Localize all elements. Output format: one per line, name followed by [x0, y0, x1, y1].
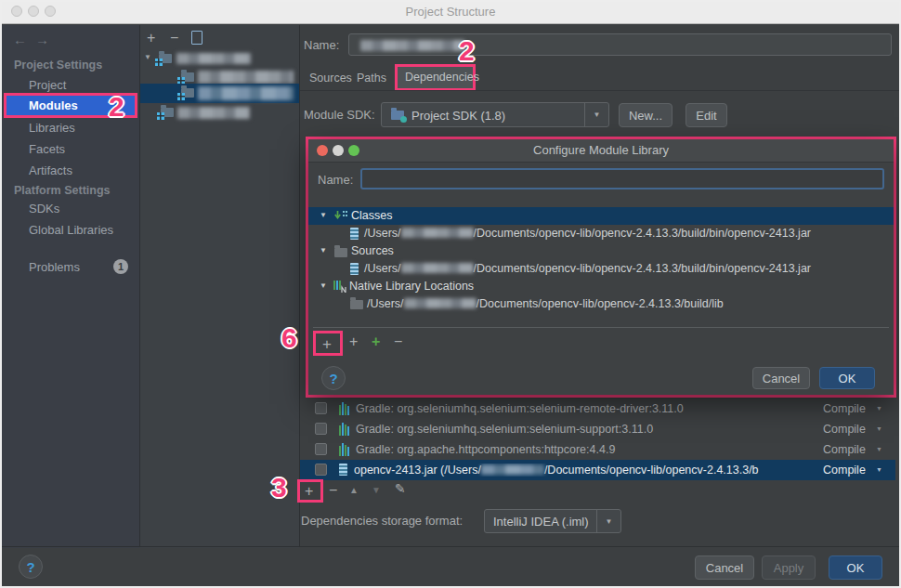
- move-down-icon[interactable]: ▼: [372, 486, 381, 495]
- module-name-label: Name:: [304, 38, 339, 52]
- dependency-scope[interactable]: Compile: [823, 423, 866, 436]
- dependency-export-checkbox[interactable]: [315, 423, 327, 435]
- move-up-icon[interactable]: ▲: [349, 486, 359, 495]
- tree-item-sources[interactable]: ▼ Sources: [308, 242, 894, 260]
- sidebar-item-artifacts[interactable]: Artifacts: [29, 163, 72, 177]
- scope-dropdown-arrow-icon[interactable]: ▼: [876, 425, 882, 432]
- add-library-root-button[interactable]: +: [313, 331, 343, 356]
- sidebar-item-project[interactable]: Project: [29, 78, 66, 92]
- remove-library-root-icon[interactable]: −: [394, 334, 402, 349]
- tree-item-classes-path[interactable]: /Users//Documents/opencv-lib/opencv-2.4.…: [308, 225, 894, 242]
- module-tree-panel: + − ▼: [140, 25, 299, 548]
- configure-library-dialog: Configure Module Library Name: ▼ Classes…: [308, 139, 894, 395]
- scope-dropdown-arrow-icon[interactable]: ▼: [876, 466, 882, 473]
- dependency-export-checkbox[interactable]: [315, 464, 327, 476]
- module-badge-icon: [155, 59, 163, 66]
- sdk-new-button[interactable]: New...: [619, 103, 672, 127]
- expand-arrow-icon[interactable]: ▼: [144, 54, 151, 61]
- library-name-input[interactable]: [360, 168, 884, 189]
- library-icon: [339, 423, 350, 436]
- library-icon: [339, 402, 350, 415]
- tree-item-classes[interactable]: ▼ Classes: [308, 207, 894, 225]
- dialog-ok-button[interactable]: OK: [819, 367, 875, 389]
- tree-item-native-path[interactable]: /Users//Documents/opencv-lib/opencv-2.4.…: [308, 295, 894, 313]
- expand-arrow-icon[interactable]: ▼: [320, 282, 327, 290]
- dependency-export-checkbox[interactable]: [315, 402, 327, 414]
- dependency-scope[interactable]: Compile: [823, 443, 866, 456]
- dependency-row[interactable]: Gradle: org.seleniumhq.selenium:selenium…: [300, 399, 895, 419]
- dependency-scope[interactable]: Compile: [823, 402, 866, 415]
- tab-paths[interactable]: Paths: [357, 72, 386, 85]
- window-titlebar: Project Structure: [0, 0, 901, 24]
- apply-button[interactable]: Apply: [762, 555, 816, 580]
- library-icon: [339, 443, 350, 456]
- back-icon[interactable]: ←: [13, 33, 27, 46]
- project-settings-header: Project Settings: [14, 59, 102, 72]
- tab-sources[interactable]: Sources: [309, 72, 352, 85]
- storage-format-label: Dependencies storage format:: [301, 514, 463, 528]
- jar-file-icon: [339, 464, 347, 476]
- lib-folder-icon: [350, 300, 363, 309]
- dialog-cancel-button[interactable]: Cancel: [752, 367, 810, 389]
- add-excluded-root-icon[interactable]: +: [372, 334, 380, 349]
- dependency-export-checkbox[interactable]: [315, 443, 327, 455]
- expand-arrow-icon[interactable]: ▼: [320, 212, 327, 219]
- storage-dropdown-arrow-icon[interactable]: ▼: [596, 510, 620, 532]
- plus-icon: +: [305, 483, 313, 500]
- dependency-label: opencv-2413.jar (/Users//Documents/openc…: [354, 464, 818, 477]
- sidebar-item-modules[interactable]: Modules 2: [4, 93, 137, 118]
- redacted-username: [401, 263, 474, 273]
- tree-item-native-locations[interactable]: ▼ Native Library Locations: [308, 278, 894, 295]
- add-dependency-button[interactable]: +: [297, 479, 323, 503]
- scope-dropdown-arrow-icon[interactable]: ▼: [876, 446, 882, 452]
- footer-divider: [2, 546, 899, 547]
- redacted-username: [481, 464, 544, 475]
- module-sdk-select[interactable]: Project SDK (1.8) ▼: [381, 102, 609, 127]
- remove-module-icon[interactable]: −: [170, 31, 178, 46]
- sdk-edit-button[interactable]: Edit: [686, 103, 727, 127]
- help-button[interactable]: ?: [19, 555, 43, 579]
- redacted-module-name[interactable]: [176, 53, 251, 64]
- dependency-label: Gradle: org.seleniumhq.selenium:selenium…: [356, 402, 816, 415]
- sidebar-item-facets[interactable]: Facets: [29, 142, 65, 156]
- native-library-icon: [333, 281, 346, 293]
- module-folder-icon: [159, 54, 172, 63]
- sdk-dropdown-arrow-icon[interactable]: ▼: [584, 103, 608, 126]
- dependency-row-selected[interactable]: opencv-2413.jar (/Users//Documents/openc…: [300, 460, 895, 480]
- redacted-module-name: [198, 86, 294, 100]
- copy-module-icon[interactable]: [191, 31, 202, 45]
- scope-dropdown-arrow-icon[interactable]: ▼: [876, 405, 882, 412]
- sidebar-item-sdks[interactable]: SDKs: [29, 202, 59, 216]
- storage-format-value: IntelliJ IDEA (.iml): [493, 515, 589, 529]
- dependency-row[interactable]: Gradle: org.apache.httpcomponents:httpco…: [300, 439, 895, 460]
- expand-arrow-icon[interactable]: ▼: [320, 247, 327, 255]
- forward-icon[interactable]: →: [35, 33, 49, 46]
- attach-jar-directories-icon[interactable]: +: [349, 334, 358, 349]
- annotation-step-6-add-library: 6: [281, 324, 297, 352]
- sidebar-item-problems[interactable]: Problems: [29, 260, 80, 274]
- redacted-module-name[interactable]: [177, 107, 250, 119]
- remove-dependency-icon[interactable]: −: [329, 483, 337, 498]
- platform-settings-header: Platform Settings: [14, 184, 111, 197]
- module-name-input[interactable]: [348, 33, 892, 56]
- storage-format-select[interactable]: IntelliJ IDEA (.iml) ▼: [484, 509, 621, 533]
- sources-folder-icon: [334, 248, 347, 257]
- annotation-step-2-modules: 2: [109, 93, 124, 121]
- sidebar-item-global-libraries[interactable]: Global Libraries: [29, 223, 113, 237]
- module-sdk-label: Module SDK:: [304, 108, 375, 122]
- dialog-help-button[interactable]: ?: [321, 366, 346, 390]
- redacted-module-name[interactable]: [198, 71, 294, 84]
- tree-item-sources-path[interactable]: /Users//Documents/opencv-lib/opencv-2.4.…: [308, 260, 894, 278]
- sidebar-item-modules-label: Modules: [29, 98, 78, 112]
- cancel-button[interactable]: Cancel: [695, 555, 754, 580]
- tab-dependencies[interactable]: Dependencies: [395, 64, 476, 91]
- dependency-row[interactable]: Gradle: org.seleniumhq.selenium:selenium…: [300, 419, 895, 439]
- module-tree-selected-row[interactable]: [140, 84, 299, 103]
- dialog-toolbar-divider: [313, 327, 889, 328]
- dependency-scope[interactable]: Compile: [823, 464, 866, 477]
- redacted-username: [401, 228, 474, 238]
- edit-dependency-icon[interactable]: ✎: [395, 482, 406, 495]
- sidebar-item-libraries[interactable]: Libraries: [29, 121, 75, 135]
- ok-button[interactable]: OK: [829, 555, 882, 580]
- add-module-icon[interactable]: +: [147, 31, 155, 46]
